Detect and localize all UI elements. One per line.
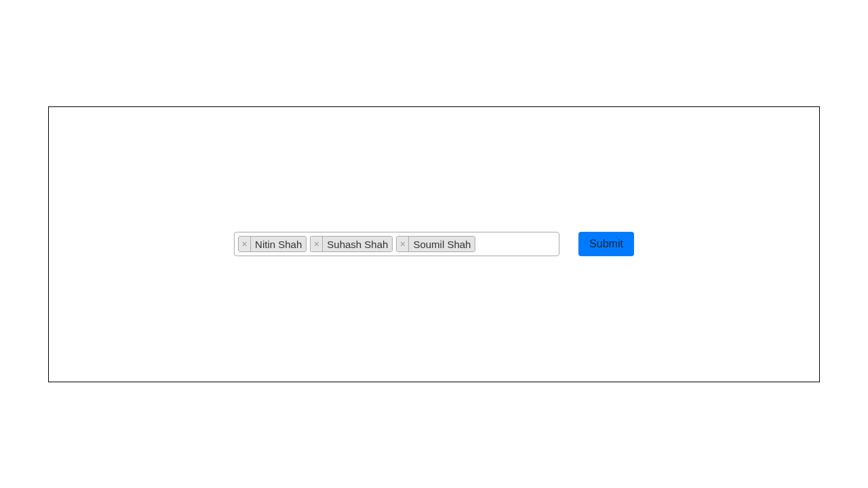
tag-label: Soumil Shah [409, 237, 475, 251]
tag-item: × Nitin Shah [238, 236, 307, 252]
tag-item: × Soumil Shah [396, 236, 475, 252]
app-frame: × Nitin Shah × Suhash Shah × Soumil Shah… [48, 106, 820, 382]
tag-remove-icon[interactable]: × [311, 237, 323, 251]
tag-remove-icon[interactable]: × [397, 237, 409, 251]
tag-label: Suhash Shah [323, 237, 392, 251]
tag-item: × Suhash Shah [310, 236, 393, 252]
multiselect-input[interactable] [479, 236, 555, 252]
form-row: × Nitin Shah × Suhash Shah × Soumil Shah… [234, 232, 634, 256]
people-multiselect[interactable]: × Nitin Shah × Suhash Shah × Soumil Shah [234, 232, 559, 256]
submit-button[interactable]: Submit [578, 232, 634, 256]
tag-label: Nitin Shah [251, 237, 306, 251]
tag-remove-icon[interactable]: × [239, 237, 251, 251]
